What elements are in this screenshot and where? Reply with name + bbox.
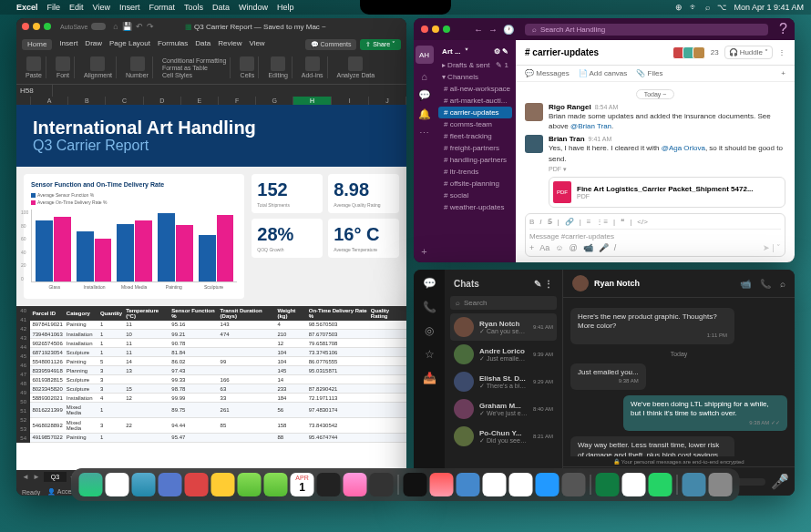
mic-icon[interactable]: 🎤 — [599, 243, 609, 252]
facetime-icon[interactable] — [264, 473, 288, 496]
italic-icon[interactable]: I — [539, 218, 541, 226]
tab-draw[interactable]: Draw — [85, 39, 102, 50]
tab-review[interactable]: Review — [218, 39, 241, 50]
minimize-button[interactable] — [432, 26, 439, 33]
channel-ltr-trends[interactable]: # ltr-trends — [438, 166, 512, 178]
workspace-switcher[interactable]: AH — [416, 46, 434, 64]
close-button[interactable] — [22, 23, 29, 30]
music-icon[interactable] — [430, 473, 454, 496]
voice-call-icon[interactable]: 📞 — [760, 279, 771, 289]
menu-edit[interactable]: Edit — [69, 3, 84, 12]
link-icon[interactable]: 🔗 — [565, 218, 574, 226]
app-icon[interactable] — [185, 473, 209, 496]
control-center-icon[interactable]: ⌥ — [717, 3, 726, 12]
file-attachment[interactable]: PDF Fine Art Logistics_Carrier Packet_Sh… — [549, 177, 785, 208]
minimize-button[interactable] — [33, 23, 40, 30]
huddle-button[interactable]: 🎧 Huddle ˅ — [724, 46, 773, 59]
maximize-button[interactable] — [443, 26, 450, 33]
tab-formulas[interactable]: Formulas — [158, 39, 188, 50]
appstore-icon[interactable] — [536, 473, 559, 496]
chats-icon[interactable]: 💬 — [423, 277, 436, 290]
chat-item[interactable]: Ryan Notch✓ Can you send m...9:41 AM — [450, 313, 557, 341]
close-button[interactable] — [421, 26, 428, 33]
row-numbers[interactable]: 404142434445464748495051525354 — [16, 306, 30, 443]
conditional-formatting[interactable]: Conditional Formatting — [162, 57, 226, 64]
channel-offsite-planning[interactable]: # offsite-planning — [438, 178, 512, 189]
attach-icon[interactable]: + — [529, 243, 534, 252]
menu-insert[interactable]: Insert — [119, 3, 140, 12]
home-icon[interactable]: ⌂ — [421, 71, 427, 82]
calendar-icon[interactable]: APR1 — [291, 473, 314, 496]
shortcut-icon[interactable]: / — [614, 243, 617, 252]
channel-weather-updates[interactable]: # weather-updates — [438, 201, 512, 213]
excel-titlebar[interactable]: AutoSave ⌂ 💾 ↶ ↷ ▦ Q3 Carrier Report — S… — [16, 18, 406, 35]
excel-icon[interactable] — [596, 473, 620, 496]
strike-icon[interactable]: S̶ — [548, 218, 552, 226]
comments-button[interactable]: 💬 Comments — [305, 39, 357, 50]
dm-icon[interactable]: 💬 — [418, 89, 431, 101]
tab-messages[interactable]: 💬 Messages — [525, 69, 570, 77]
menu-data[interactable]: Data — [212, 3, 230, 12]
menu-file[interactable]: File — [47, 3, 61, 12]
search-icon[interactable]: ⌕ — [705, 3, 710, 12]
app-icon[interactable] — [370, 473, 394, 496]
channel-art-market-aucti...[interactable]: # art-market-aucti... — [438, 95, 512, 107]
wifi-icon[interactable]: ⊕ — [675, 3, 683, 12]
message-input[interactable]: Message #carrier-updates — [529, 232, 781, 240]
tab-files[interactable]: 📎 Files — [636, 69, 662, 77]
downloads-icon[interactable] — [683, 473, 706, 496]
music-icon[interactable] — [344, 473, 367, 496]
analyze-icon[interactable] — [348, 56, 363, 71]
bold-icon[interactable]: B — [529, 218, 534, 226]
autosave-switch[interactable] — [91, 23, 106, 30]
channel-carrier-updates[interactable]: # carrier-updates — [438, 107, 512, 118]
column-headers[interactable]: ABCDEFGHIJ — [16, 97, 406, 105]
date-divider[interactable]: Today ~ — [636, 89, 675, 99]
tab-page-layout[interactable]: Page Layout — [109, 39, 150, 50]
slack-titlebar[interactable]: ←→🕐 ⌕Search Art Handling ? — [414, 18, 795, 40]
member-count[interactable]: 23 — [711, 48, 719, 56]
chat-bubble[interactable]: Just emailed you...9:38 AM — [570, 363, 646, 390]
wifi-icon[interactable]: ᯤ — [690, 3, 698, 12]
settings-icon[interactable] — [562, 473, 586, 496]
starred-icon[interactable]: ☆ — [425, 348, 435, 361]
video-icon[interactable]: 📹 — [583, 243, 593, 252]
app-icon[interactable] — [509, 473, 533, 496]
chat-item[interactable]: Graham M...✓ We've just ex...8:40 AM — [450, 395, 557, 423]
sheet-tab[interactable]: Q3 — [44, 472, 67, 482]
slack-search[interactable]: ⌕Search Art Handling — [525, 24, 768, 36]
nav-back-icon[interactable]: ← — [474, 25, 483, 35]
quote-icon[interactable]: ❝ — [621, 218, 624, 226]
mention-icon[interactable]: @ — [569, 243, 577, 252]
more-icon[interactable]: ⋮ — [778, 48, 785, 56]
save-icon[interactable]: 💾 — [122, 22, 132, 31]
mention-link[interactable]: @Brian Tran — [570, 122, 611, 130]
tab-data[interactable]: Data — [195, 39, 210, 50]
formula-input[interactable] — [53, 85, 406, 97]
message-composer[interactable]: BIS̶|🔗|≡⋮≡|❝|</> Message #carrier-update… — [525, 213, 785, 257]
alignment-icon[interactable] — [90, 56, 105, 71]
whatsapp-icon[interactable] — [649, 473, 672, 496]
status-icon[interactable]: ◎ — [425, 324, 434, 337]
chat-item[interactable]: Andre Lorico✓ Just emailed...9:39 AM — [450, 341, 557, 368]
mic-icon[interactable]: 🎤 — [771, 473, 789, 490]
add-icon[interactable]: + — [421, 246, 426, 257]
trash-icon[interactable] — [709, 473, 733, 496]
search-icon[interactable]: ⌕ — [780, 279, 785, 289]
cell-reference[interactable]: H58 — [16, 85, 53, 97]
share-button[interactable]: ⇧ Share ˅ — [360, 39, 401, 50]
more-icon[interactable]: ⋯ — [419, 128, 429, 139]
paste-icon[interactable] — [26, 56, 41, 71]
help-icon[interactable]: ? — [779, 21, 787, 37]
slack-icon[interactable] — [622, 473, 646, 496]
redo-icon[interactable]: ↷ — [147, 22, 154, 31]
avatar[interactable] — [525, 135, 543, 153]
add-tab[interactable]: + — [781, 69, 785, 77]
chat-header-name[interactable]: Ryan Notch — [594, 279, 640, 288]
format-icon[interactable]: Aa — [539, 243, 549, 252]
video-call-icon[interactable]: 📹 — [740, 279, 751, 289]
chat-search[interactable]: ⌕ Search — [450, 296, 557, 310]
chat-bubble[interactable]: Here's the new product graphic. Thoughts… — [570, 308, 734, 344]
chat-bubble[interactable]: We've been doing LTL shipping for a whil… — [623, 395, 787, 432]
chat-item[interactable]: Elisha St. D...✓ There's a big a...9:29 … — [450, 368, 557, 395]
